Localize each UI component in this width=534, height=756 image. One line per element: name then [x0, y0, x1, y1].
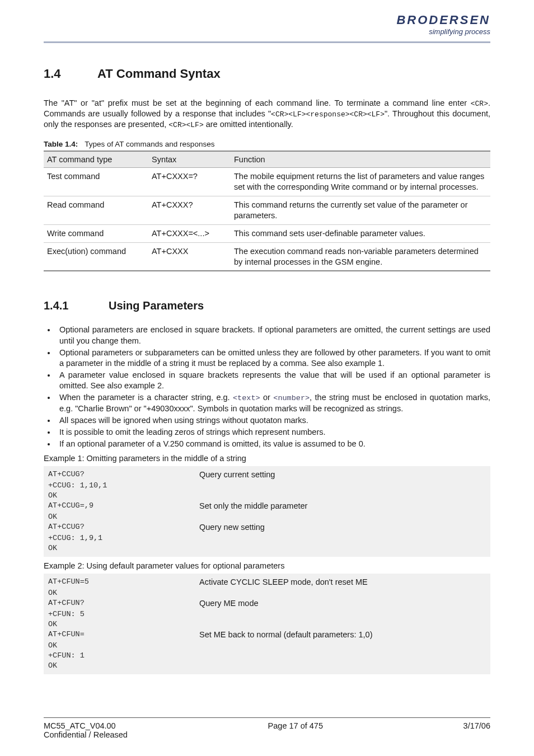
code-row: AT+CFUN=5Activate CYCLIC SLEEP mode, don…: [48, 577, 486, 588]
list-item: It is possible to omit the leading zeros…: [56, 427, 490, 438]
code-cmd: +CFUN: 1: [48, 651, 199, 661]
code-row: OK: [48, 641, 486, 651]
footer-confidential: Confidential / Released: [44, 730, 128, 739]
list-item: If an optional parameter of a V.250 comm…: [56, 439, 490, 449]
list-item: All spaces will be ignored when using st…: [56, 415, 490, 426]
code-desc: Set only the middle parameter: [199, 501, 307, 512]
code-row: AT+CCUG=,9Set only the middle parameter: [48, 501, 486, 512]
cell-syntax: AT+CXXX: [148, 242, 231, 271]
th-type: AT command type: [44, 151, 148, 168]
code-desc: Query ME mode: [199, 598, 259, 609]
code-cmd: OK: [48, 512, 199, 522]
cell-function: This command returns the currently set v…: [231, 196, 490, 225]
table-header-row: AT command type Syntax Function: [44, 151, 490, 168]
intro-crlf: <CR><LF>: [168, 121, 203, 129]
code-cmd: AT+CCUG?: [48, 469, 199, 481]
th-syntax: Syntax: [148, 151, 231, 168]
cell-syntax: AT+CXXX=?: [148, 168, 231, 196]
code-desc: Query current setting: [199, 469, 275, 481]
cell-type: Read command: [44, 196, 148, 225]
table-row: Exec(ution) command AT+CXXX The executio…: [44, 242, 490, 271]
list-item: When the parameter is a character string…: [56, 392, 490, 414]
code-row: AT+CCUG?Query new setting: [48, 522, 486, 533]
cell-function: This command sets user-definable paramet…: [231, 224, 490, 242]
example1-label: Example 1: Omitting parameters in the mi…: [44, 454, 490, 463]
cell-type: Test command: [44, 168, 148, 196]
li4-text-a: When the parameter is a character string…: [59, 393, 233, 402]
code-row: OK: [48, 619, 486, 630]
code-row: OK: [48, 491, 486, 501]
th-function: Function: [231, 151, 490, 168]
code-row: AT+CFUN?Query ME mode: [48, 598, 486, 609]
code-cmd: AT+CFUN=5: [48, 577, 199, 588]
list-item: Optional parameters or subparameters can…: [56, 348, 490, 369]
code-desc: Query new setting: [199, 522, 265, 533]
table-caption-label: Table 1.4:: [44, 140, 78, 148]
code-row: +CFUN: 5: [48, 609, 486, 619]
list-item: Optional parameters are enclosed in squa…: [56, 325, 490, 346]
cell-syntax: AT+CXXX?: [148, 196, 231, 225]
code-cmd: +CCUG: 1,10,1: [48, 481, 199, 491]
section-heading-1-4: 1.4AT Command Syntax: [44, 67, 490, 81]
code-cmd: +CCUG: 1,9,1: [48, 533, 199, 543]
code-row: +CCUG: 1,9,1: [48, 533, 486, 543]
cell-syntax: AT+CXXX=<...>: [148, 224, 231, 242]
table-row: Write command AT+CXXX=<...> This command…: [44, 224, 490, 242]
code-cmd: +CFUN: 5: [48, 609, 199, 619]
code-desc: Activate CYCLIC SLEEP mode, don't reset …: [199, 577, 368, 588]
code-cmd: OK: [48, 661, 199, 671]
at-command-types-table: AT command type Syntax Function Test com…: [44, 151, 490, 271]
intro-resp: <CR><LF><response><CR><LF>: [271, 110, 385, 119]
intro-cr: <CR>: [471, 100, 488, 108]
code-cmd: AT+CCUG=,9: [48, 501, 199, 512]
code-cmd: OK: [48, 619, 199, 630]
list-item: A parameter value enclosed in square bra…: [56, 370, 490, 391]
code-row: AT+CCUG?Query current setting: [48, 469, 486, 481]
code-desc: Set ME back to normal (default parameter…: [199, 630, 372, 641]
code-row: AT+CFUN=Set ME back to normal (default p…: [48, 630, 486, 641]
brand-logo: BRODERSEN simplifying process: [396, 14, 490, 36]
code-row: +CFUN: 1: [48, 651, 486, 661]
page-header: BRODERSEN simplifying process: [44, 14, 490, 39]
cell-function: The mobile equipment returns the list of…: [231, 168, 490, 196]
table-row: Test command AT+CXXX=? The mobile equipm…: [44, 168, 490, 196]
example2-label: Example 2: Using default parameter value…: [44, 561, 490, 570]
subsection-number: 1.4.1: [44, 299, 109, 312]
cell-function: The execution command reads non-variable…: [231, 242, 490, 271]
code-cmd: AT+CFUN?: [48, 598, 199, 609]
code-cmd: OK: [48, 641, 199, 651]
footer-date: 3/17/06: [463, 721, 490, 739]
header-divider: [44, 41, 490, 43]
code-row: OK: [48, 661, 486, 671]
table-row: Read command AT+CXXX? This command retur…: [44, 196, 490, 225]
brand-name: BRODERSEN: [396, 14, 490, 26]
code-cmd: AT+CCUG?: [48, 522, 199, 533]
footer-doc-id: MC55_ATC_V04.00: [44, 721, 128, 730]
intro-text-1: The "AT" or "at" prefix must be set at t…: [44, 98, 471, 107]
cell-type: Write command: [44, 224, 148, 242]
li4-tt2: <number>: [273, 394, 310, 402]
code-row: +CCUG: 1,10,1: [48, 481, 486, 491]
code-row: OK: [48, 512, 486, 522]
li4-text-b: or: [260, 393, 274, 402]
code-row: OK: [48, 588, 486, 598]
page-footer: MC55_ATC_V04.00 Confidential / Released …: [44, 717, 490, 739]
example1-codeblock: AT+CCUG?Query current setting +CCUG: 1,1…: [44, 466, 490, 557]
subsection-title: Using Parameters: [109, 299, 204, 312]
code-cmd: OK: [48, 588, 199, 598]
code-cmd: OK: [48, 491, 199, 501]
table-caption: Table 1.4:Types of AT commands and respo…: [44, 140, 490, 148]
cell-type: Exec(ution) command: [44, 242, 148, 271]
parameter-notes-list: Optional parameters are enclosed in squa…: [44, 325, 490, 449]
footer-divider: [44, 717, 490, 718]
footer-page: Page 17 of 475: [268, 721, 323, 739]
code-cmd: AT+CFUN=: [48, 630, 199, 641]
code-row: OK: [48, 543, 486, 553]
intro-paragraph: The "AT" or "at" prefix must be set at t…: [44, 98, 490, 130]
li4-tt1: <text>: [233, 394, 260, 402]
section-heading-1-4-1: 1.4.1Using Parameters: [44, 299, 490, 312]
table-caption-text: Types of AT commands and responses: [85, 140, 214, 148]
brand-tagline: simplifying process: [396, 27, 490, 36]
code-cmd: OK: [48, 543, 199, 553]
example2-codeblock: AT+CFUN=5Activate CYCLIC SLEEP mode, don…: [44, 574, 490, 674]
